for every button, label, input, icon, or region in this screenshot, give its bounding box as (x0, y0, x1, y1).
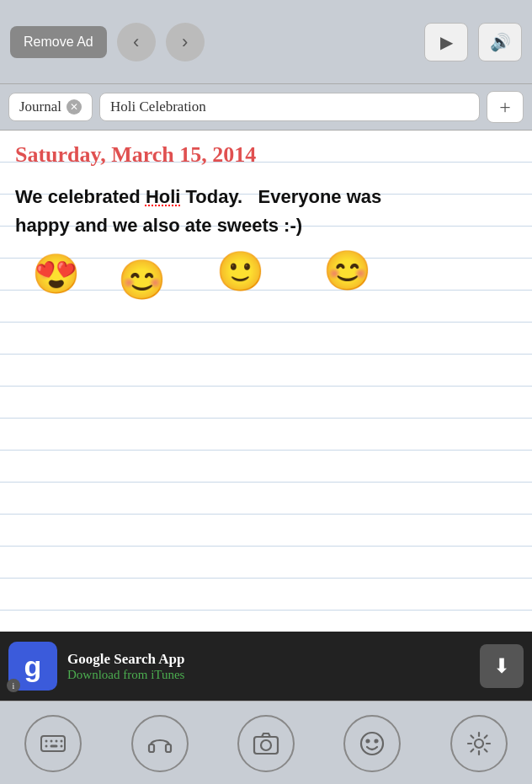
journal-content: Saturday, March 15, 2014 We celebrated H… (0, 131, 532, 632)
journal-date: Saturday, March 15, 2014 (15, 142, 517, 168)
bottom-toolbar (0, 701, 532, 784)
google-icon: g i (8, 642, 57, 691)
settings-button[interactable] (450, 715, 508, 772)
info-badge: i (7, 679, 20, 692)
holi-tab-label: Holi Celebration (110, 99, 206, 115)
heart-eyes-emoji: 😍 (32, 255, 80, 294)
svg-point-12 (361, 733, 383, 755)
ad-banner[interactable]: g i Google Search App Download from iTun… (0, 632, 532, 701)
speaker-button[interactable]: 🔊 (478, 23, 522, 61)
play-button[interactable]: ▶ (424, 23, 468, 61)
ad-subtitle: Download from iTunes (67, 668, 470, 682)
svg-point-13 (367, 739, 370, 742)
ad-text-block: Google Search App Download from iTunes (67, 651, 470, 682)
back-button[interactable]: ‹ (117, 23, 156, 61)
google-g-letter: g (24, 650, 42, 683)
keyboard-button[interactable] (24, 715, 82, 772)
remove-ad-button[interactable]: Remove Ad (10, 26, 107, 58)
emoji-row: 😍 😊 🙂 😊 (15, 248, 517, 300)
add-tab-button[interactable]: + (487, 91, 524, 123)
camera-button[interactable] (237, 715, 295, 772)
holi-tab[interactable]: Holi Celebration (99, 93, 480, 121)
top-toolbar: Remove Ad ‹ › ▶ 🔊 (0, 0, 532, 84)
svg-point-11 (261, 740, 271, 750)
journal-tab-label: Journal (19, 99, 61, 115)
holi-word: Holi (146, 186, 181, 207)
smiley-emoji-3: 😊 (323, 252, 371, 291)
svg-rect-9 (166, 744, 171, 752)
svg-rect-8 (149, 744, 154, 752)
svg-point-15 (475, 739, 483, 748)
download-button[interactable]: ⬇ (480, 644, 524, 688)
journal-body: We celebrated Holi Today. Everyone was h… (15, 183, 517, 240)
svg-rect-0 (41, 736, 65, 751)
smiley-emoji-2: 🙂 (216, 253, 264, 291)
journal-tab[interactable]: Journal ✕ (8, 93, 93, 121)
smiley-emoji-1: 😊 (118, 261, 166, 300)
ad-title: Google Search App (67, 651, 470, 668)
emoji-button[interactable] (343, 715, 401, 772)
svg-point-14 (375, 739, 378, 742)
journal-tab-close[interactable]: ✕ (66, 99, 82, 115)
tab-bar: Journal ✕ Holi Celebration + (0, 84, 532, 131)
headphone-button[interactable] (131, 715, 189, 772)
forward-button[interactable]: › (166, 23, 205, 61)
